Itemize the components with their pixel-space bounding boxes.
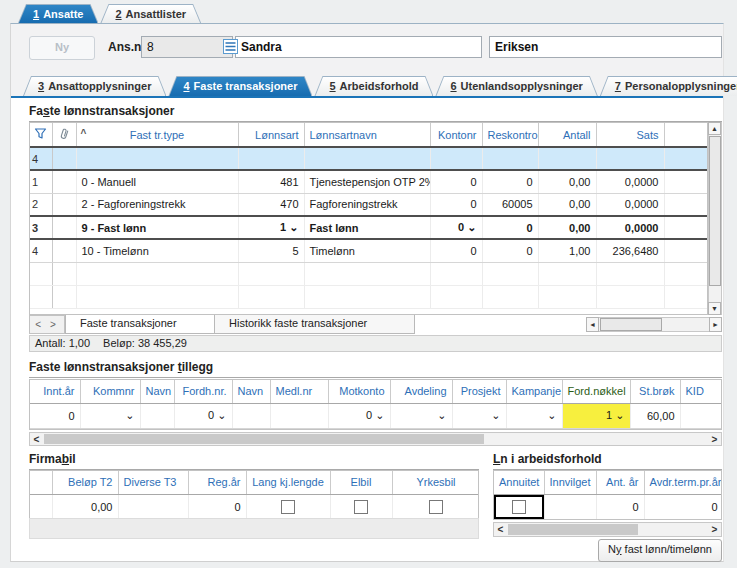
scrollbar-thumb[interactable]	[600, 318, 662, 331]
grid-cell[interactable]	[140, 403, 174, 428]
employee-lookup-icon[interactable]	[223, 39, 238, 54]
grid-cell[interactable]: 1,00	[538, 239, 596, 262]
tab-ansatte[interactable]: 1Ansatte	[18, 4, 98, 23]
grid-cell[interactable]: 0 - Manuell	[76, 170, 238, 193]
grid-cell[interactable]	[52, 216, 76, 239]
column-header[interactable]: Fordh.nr.	[174, 380, 232, 403]
grid-cell[interactable]	[664, 285, 708, 308]
grid-cell[interactable]	[30, 262, 52, 285]
grid-cell[interactable]: 3	[30, 216, 52, 239]
grid-cell[interactable]	[270, 403, 328, 428]
grid-cell[interactable]: 60,00	[630, 403, 680, 428]
grid-cell[interactable]: 10 - Timelønn	[76, 239, 238, 262]
column-header[interactable]: Avdeling	[390, 380, 452, 403]
grid-cell[interactable]: ⌄	[452, 403, 506, 428]
checkbox[interactable]	[512, 500, 526, 514]
grid-cell[interactable]: 5	[238, 239, 304, 262]
checkbox[interactable]	[429, 500, 443, 514]
grid-cell[interactable]: ⌄	[506, 403, 562, 428]
column-header[interactable]: Lønnsartnavn	[304, 123, 430, 147]
tab-ansattlister[interactable]: 2Ansattlister	[100, 4, 201, 23]
column-header[interactable]: Lang kj.lengde	[246, 471, 330, 494]
grid-cell[interactable]: 0,00	[538, 193, 596, 216]
grid-cell[interactable]	[76, 285, 238, 308]
grid-cell[interactable]: 0,0000	[596, 216, 664, 239]
column-header[interactable]	[30, 471, 52, 494]
scroll-right-icon[interactable]: >	[708, 523, 721, 536]
grid-cell[interactable]: 0 ⌄	[328, 403, 390, 428]
filter-icon[interactable]	[30, 123, 52, 147]
column-header[interactable]: Kampanje	[506, 380, 562, 403]
column-header[interactable]	[664, 123, 708, 147]
first-name-input[interactable]	[235, 36, 482, 58]
new-fixed-salary-button[interactable]: Ny fast lønn/timelønn	[598, 539, 722, 562]
grid-cell[interactable]: 0	[644, 494, 722, 519]
tab-arbeidsforhold[interactable]: 5Arbeidsforhold	[314, 76, 433, 96]
grid-cell[interactable]	[430, 285, 482, 308]
grid-cell[interactable]	[430, 147, 482, 170]
grid-cell[interactable]: 0,00	[538, 216, 596, 239]
tab-scroll-nav[interactable]: < >	[29, 315, 65, 334]
scroll-down-icon[interactable]: ▼	[708, 302, 721, 315]
grid-cell[interactable]: 9 - Fast lønn	[76, 216, 238, 239]
supplement-horizontal-scrollbar[interactable]: < >	[29, 432, 722, 446]
grid-cell[interactable]: 0	[430, 193, 482, 216]
grid-cell[interactable]	[232, 403, 270, 428]
grid-cell[interactable]: Fagforeningstrekk	[304, 193, 430, 216]
grid-cell[interactable]	[30, 494, 52, 519]
grid-cell[interactable]: 4	[30, 239, 52, 262]
column-header[interactable]: Ford.nøkkel	[562, 380, 630, 403]
grid-cell[interactable]	[30, 285, 52, 308]
grid-cell[interactable]: 0,0000	[596, 170, 664, 193]
grid-cell[interactable]: 1	[30, 170, 52, 193]
column-header[interactable]: ^Fast tr.type	[76, 123, 238, 147]
column-header[interactable]: Ant. år	[596, 471, 644, 494]
column-header[interactable]: Motkonto	[328, 380, 390, 403]
column-header[interactable]: Innt.år	[30, 380, 80, 403]
grid-cell[interactable]	[52, 170, 76, 193]
grid-cell[interactable]	[596, 147, 664, 170]
employee-number-input[interactable]	[141, 36, 233, 58]
transactions-vertical-scrollbar[interactable]: ▲ ▼	[708, 122, 722, 315]
grid-cell[interactable]	[76, 147, 238, 170]
grid-cell[interactable]: 0 ⌄	[430, 216, 482, 239]
grid-cell[interactable]: 60005	[482, 193, 538, 216]
scroll-right-icon[interactable]: ►	[709, 317, 722, 332]
footer-tab-historikk-faste[interactable]: Historikk faste transaksjoner	[215, 315, 415, 334]
grid-cell[interactable]	[304, 262, 430, 285]
grid-cell[interactable]	[238, 285, 304, 308]
grid-cell[interactable]	[52, 285, 76, 308]
grid-cell[interactable]	[118, 494, 188, 519]
tab-faste-transaksjoner[interactable]: 4Faste transaksjoner	[168, 76, 312, 96]
grid-cell[interactable]	[596, 285, 664, 308]
loan-horizontal-scrollbar[interactable]: < >	[493, 522, 722, 537]
grid-cell[interactable]	[664, 262, 708, 285]
column-header[interactable]: Sats	[596, 123, 664, 147]
grid-cell[interactable]	[544, 494, 596, 519]
grid-cell[interactable]: 0 ⌄	[174, 403, 232, 428]
column-header[interactable]: Reg.år	[188, 471, 246, 494]
checkbox-cell[interactable]	[494, 494, 544, 519]
grid-cell[interactable]: ⌄	[80, 403, 140, 428]
sort-icon[interactable]: ^	[81, 128, 87, 139]
scroll-right-icon[interactable]: >	[708, 433, 721, 446]
grid-cell[interactable]: Fast lønn	[304, 216, 430, 239]
grid-cell[interactable]	[664, 193, 708, 216]
grid-cell[interactable]	[482, 147, 538, 170]
scrollbar-thumb[interactable]	[44, 434, 484, 444]
grid-cell[interactable]	[52, 239, 76, 262]
column-header[interactable]: Reskontro	[482, 123, 538, 147]
last-name-input[interactable]	[489, 36, 722, 58]
scrollbar-thumb[interactable]	[709, 136, 721, 286]
column-header[interactable]: Kommnr	[80, 380, 140, 403]
footer-tab-faste-transaksjoner[interactable]: Faste transaksjoner	[65, 315, 215, 334]
grid-cell[interactable]: 4	[30, 147, 52, 170]
column-header[interactable]: Lønnsart	[238, 123, 304, 147]
grid-cell[interactable]: Tjenestepensjon OTP 2% (1	[304, 170, 430, 193]
column-header[interactable]: Beløp T2	[52, 471, 118, 494]
grid-cell[interactable]: 0	[30, 403, 80, 428]
grid-cell[interactable]: 236,6480	[596, 239, 664, 262]
grid-cell[interactable]: 0	[482, 216, 538, 239]
checkbox-cell[interactable]	[392, 494, 479, 519]
transactions-horizontal-scrollbar[interactable]: ◄ ►	[586, 317, 722, 332]
